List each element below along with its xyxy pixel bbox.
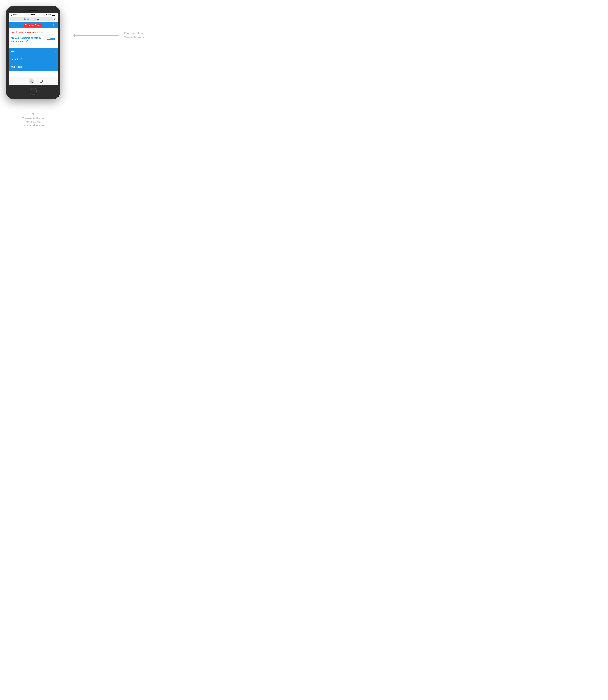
chevron-right-icon: › [55,58,56,60]
browser-bottom-bar: ‹ › 🔍 7 ••• [8,77,58,85]
down-arrow-icon [32,103,35,115]
question-text: Are you registered to vote in Massachuse… [11,37,56,43]
state-name: Massachusetts [26,31,42,33]
phone-speaker [28,10,38,11]
hamburger-menu-icon[interactable] [11,24,14,26]
dropdown-arrow-icon[interactable]: ▼ [43,31,45,33]
back-button[interactable]: ‹ [13,79,16,83]
right-annotation-text: The user picksMassachusetts [124,32,144,39]
battery-pct-label: 77% [48,14,51,16]
right-annotation: The user picksMassachusetts [73,32,144,39]
nav-bar: The Voting Project 🔍 [8,22,58,28]
chevron-right-icon: › [55,65,56,68]
option-notsure-label: I'm not sure [11,66,22,68]
battery-icon [52,14,56,16]
option-no-button[interactable]: No, not yet! › [8,55,58,63]
chevron-right-icon: › [55,50,56,53]
option-notsure-button[interactable]: I'm not sure › [8,63,58,71]
status-bar: AT&T ∿ 4:50 PM ▶ ⏱ 77% [8,13,58,16]
search-icon[interactable]: 🔍 [53,24,56,27]
alarm-icon: ⏱ [46,14,48,16]
phone-bottom-bezel [8,85,58,96]
wifi-icon: ∿ [18,14,19,16]
annotation-bottom: The user indicatesthat they areregistere… [22,103,44,127]
page-content: How to Vote in Massachusetts ▼ Are you r… [8,28,58,48]
page-container: AT&T ∿ 4:50 PM ▶ ⏱ 77% [6,6,60,127]
page-heading: How to Vote in Massachusetts ▼ [11,31,56,33]
more-button[interactable]: ••• [49,79,54,83]
phone-section: AT&T ∿ 4:50 PM ▶ ⏱ 77% [6,6,60,127]
status-left: AT&T ∿ [11,14,19,16]
option-no-label: No, not yet! [11,58,22,60]
svg-point-0 [53,40,54,41]
phone-screen: AT&T ∿ 4:50 PM ▶ ⏱ 77% [8,13,58,85]
url-input[interactable]: thevotingproject.org [10,17,53,21]
url-bar[interactable]: thevotingproject.org ◻ [8,16,58,22]
left-arrow-icon [73,34,119,37]
heading-prefix: How to Vote in [11,31,26,33]
phone-shell: AT&T ∿ 4:50 PM ▶ ⏱ 77% [6,6,60,99]
option-yes-label: Yes! [11,50,15,53]
tabs-button[interactable]: 7 [39,79,44,83]
bottom-annotation-text: The user indicatesthat they areregistere… [22,117,44,127]
question-label: Are you registered to vote in Massachuse… [11,37,46,43]
share-icon[interactable]: ◻ [54,18,56,20]
svg-point-1 [52,41,53,41]
brand-badge: The Voting Project [24,23,42,27]
location-icon: ▶ [44,14,45,16]
tab-counter-label: 7 [40,80,43,82]
massachusetts-map-icon [47,36,56,43]
status-right: ▶ ⏱ 77% [44,14,56,16]
question-section: Are you registered to vote in Massachuse… [11,37,56,43]
time-label: 4:50 PM [28,14,35,16]
search-button[interactable]: 🔍 [28,78,34,84]
forward-button[interactable]: › [21,79,24,83]
phone-top-bezel [8,8,58,13]
signal-bars-icon [11,14,13,16]
home-button[interactable] [30,88,37,95]
option-yes-button[interactable]: Yes! › [8,48,58,55]
carrier-label: AT&T [13,14,17,16]
screen-footer [8,71,58,77]
option-buttons-container: Yes! › No, not yet! › I'm not sure › [8,48,58,71]
